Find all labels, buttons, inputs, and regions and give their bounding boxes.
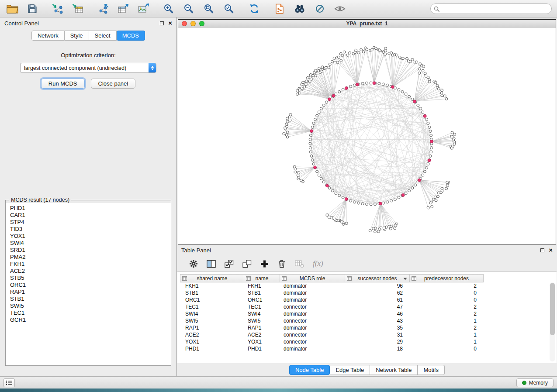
mcds-result-item[interactable]: STP4 xyxy=(10,219,171,226)
column-header-label: name xyxy=(255,275,268,282)
mcds-result-item[interactable]: FKH1 xyxy=(10,261,171,268)
table-row[interactable]: SWI5SWI5connector431 xyxy=(180,317,557,324)
save-floppy-icon xyxy=(28,4,37,14)
zoom-selected-button[interactable] xyxy=(222,2,236,15)
mcds-result-item[interactable]: PMA2 xyxy=(10,254,171,261)
table-settings-button[interactable] xyxy=(189,259,198,268)
save-session-button[interactable] xyxy=(25,2,39,15)
task-history-button[interactable] xyxy=(3,378,15,387)
memory-button[interactable]: Memory xyxy=(516,378,554,387)
mcds-result-item[interactable]: SWI4 xyxy=(10,240,171,247)
share-document-button[interactable] xyxy=(273,2,287,15)
find-button[interactable] xyxy=(293,2,307,15)
mcds-result-item[interactable]: ORC1 xyxy=(10,282,171,289)
export-image-button[interactable] xyxy=(136,2,150,15)
tab-network[interactable]: Network xyxy=(31,31,65,41)
zoom-in-button[interactable] xyxy=(162,2,176,15)
window-maximize-icon[interactable] xyxy=(199,21,204,26)
tab-style[interactable]: Style xyxy=(65,31,89,41)
close-panel-button[interactable]: Close panel xyxy=(91,79,136,89)
column-header-MCDS-role[interactable]: MCDS role xyxy=(280,274,345,282)
mcds-result-list: PHD1CAR1STP4TID3YOX1SWI4SRD1PMA2FKH1ACE2… xyxy=(6,203,171,365)
table-panel-tabs-row: Node TableEdge TableNetwork TableMotifs xyxy=(177,363,557,376)
mcds-result-item[interactable]: STB5 xyxy=(10,275,171,282)
mcds-result-item[interactable]: PHD1 xyxy=(10,205,171,212)
show-columns-button[interactable] xyxy=(207,260,216,268)
function-builder-button[interactable]: f(x) xyxy=(313,259,323,268)
search-input[interactable] xyxy=(430,3,552,14)
tab-motifs[interactable]: Motifs xyxy=(418,365,445,375)
table-row[interactable]: FKH1FKH1dominator962 xyxy=(180,282,557,289)
tab-node-table[interactable]: Node Table xyxy=(289,365,330,375)
table-row[interactable]: SWI4SWI4dominator462 xyxy=(180,310,557,317)
mcds-result-item[interactable]: YOX1 xyxy=(10,233,171,240)
table-cell: 43 xyxy=(345,317,410,324)
select-all-button[interactable] xyxy=(225,260,234,268)
delete-column-button[interactable] xyxy=(277,259,286,268)
table-cell: 1 xyxy=(410,317,484,324)
scrollbar-thumb[interactable] xyxy=(550,283,555,335)
export-network-button[interactable] xyxy=(96,2,110,15)
table-scrollbar[interactable] xyxy=(550,282,555,361)
show-hide-panel-button[interactable] xyxy=(333,2,347,15)
table-row[interactable]: STB1STB1dominator620 xyxy=(180,289,557,296)
table-row[interactable]: ORC1ORC1dominator610 xyxy=(180,296,557,303)
open-session-button[interactable] xyxy=(5,2,19,15)
optimization-criterion-select[interactable]: largest connected component (undirected) xyxy=(20,63,156,73)
unselect-all-icon xyxy=(242,260,252,268)
mcds-result-item[interactable]: STB1 xyxy=(10,296,171,303)
status-bar: Memory xyxy=(0,376,557,389)
float-table-panel-button[interactable] xyxy=(540,247,544,254)
close-control-panel-button[interactable]: × xyxy=(168,21,172,26)
network-canvas[interactable] xyxy=(178,28,556,244)
mcds-result-item[interactable]: TEC1 xyxy=(10,309,171,316)
table-row[interactable]: ACE2ACE2connector311 xyxy=(180,331,557,338)
table-row[interactable]: YOX1YOX1connector291 xyxy=(180,338,557,345)
import-network-icon xyxy=(52,3,63,14)
table-row[interactable]: PHD1PHD1dominator180 xyxy=(180,345,557,352)
mcds-result-item[interactable]: RAP1 xyxy=(10,289,171,296)
unselect-all-button[interactable] xyxy=(242,260,252,268)
tab-edge-table[interactable]: Edge Table xyxy=(330,365,370,375)
close-table-panel-button[interactable]: × xyxy=(549,248,553,253)
desktop-wallpaper xyxy=(0,389,557,392)
import-table-button[interactable] xyxy=(71,2,85,15)
column-header-successor-nodes[interactable]: successor nodes xyxy=(345,274,410,282)
table-row[interactable]: TEC1TEC1connector472 xyxy=(180,303,557,310)
table-cell: 96 xyxy=(345,282,410,289)
refresh-button[interactable] xyxy=(247,2,261,15)
export-table-button[interactable] xyxy=(116,2,130,15)
column-header-predecessor-nodes[interactable]: predecessor nodes xyxy=(410,274,484,282)
control-panel-tabs: NetworkStyleSelectMCDS xyxy=(0,31,176,41)
table-panel-tabs: Node TableEdge TableNetwork TableMotifs xyxy=(289,365,445,375)
window-close-icon[interactable] xyxy=(182,21,187,26)
tab-select[interactable]: Select xyxy=(89,31,117,41)
mcds-result-item[interactable]: CAR1 xyxy=(10,212,171,219)
mcds-result-item[interactable]: SWI5 xyxy=(10,303,171,309)
control-panel: Control Panel × NetworkStyleSelectMCDS O… xyxy=(0,17,177,376)
table-row[interactable]: RAP1RAP1dominator352 xyxy=(180,324,557,331)
mcds-result-item[interactable]: TID3 xyxy=(10,226,171,233)
zoom-out-button[interactable] xyxy=(182,2,196,15)
toggle-graphics-details-button[interactable] xyxy=(313,2,327,15)
table-cell: dominator xyxy=(280,289,345,296)
run-mcds-button[interactable]: Run MCDS xyxy=(41,79,85,89)
table-cell: connector xyxy=(280,338,345,345)
import-network-button[interactable] xyxy=(51,2,65,15)
table-cell: RAP1 xyxy=(244,324,280,331)
create-column-button[interactable] xyxy=(260,260,269,268)
column-grid-icon xyxy=(412,276,416,281)
delete-table-button[interactable] xyxy=(295,260,304,268)
mcds-result-title: MCDS result (17 nodes) xyxy=(9,197,71,203)
mcds-result-item[interactable]: GCR1 xyxy=(10,316,171,323)
zoom-fit-button[interactable] xyxy=(202,2,216,15)
column-header-shared-name[interactable]: shared name xyxy=(180,274,244,282)
window-minimize-icon[interactable] xyxy=(190,21,196,26)
float-control-panel-button[interactable] xyxy=(160,20,164,27)
mcds-result-item[interactable]: SRD1 xyxy=(10,247,171,254)
network-window-titlebar[interactable]: YPA_prune.txt_1 xyxy=(178,20,556,28)
tab-mcds[interactable]: MCDS xyxy=(117,31,145,41)
tab-network-table[interactable]: Network Table xyxy=(370,365,418,375)
mcds-result-item[interactable]: ACE2 xyxy=(10,268,171,275)
column-header-name[interactable]: name xyxy=(244,274,280,282)
